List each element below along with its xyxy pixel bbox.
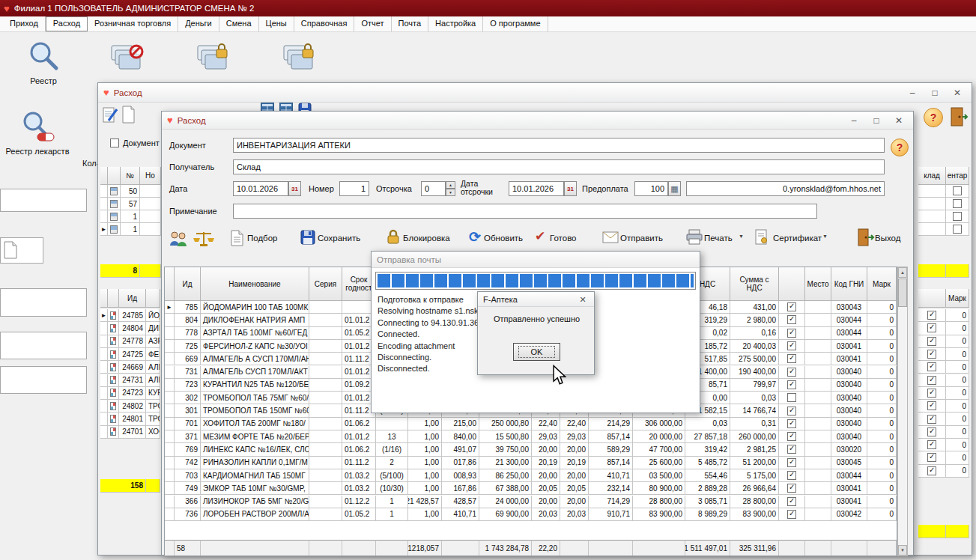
inner-minimize-button[interactable] [843, 114, 865, 127]
scrollbar-thumb[interactable] [898, 279, 907, 307]
menu-item-4[interactable]: Деньги [178, 16, 219, 31]
header-cell[interactable]: Наименование [201, 267, 309, 301]
row-checkbox[interactable] [953, 186, 962, 195]
table-row[interactable]: 57 [100, 198, 161, 210]
ok-button[interactable]: OK [513, 343, 560, 361]
inner-help-icon-button[interactable] [891, 139, 909, 156]
background-field-1[interactable] [0, 189, 87, 212]
done-check-icon[interactable] [535, 228, 545, 244]
row-checkbox[interactable] [927, 337, 936, 346]
done-button[interactable]: Готово [550, 234, 577, 243]
row-checkbox[interactable] [927, 401, 936, 410]
certificate-dropdown-arrow-icon[interactable] [819, 234, 828, 239]
document-input[interactable]: ИНВЕНТАРИЗАЦИЯ АПТЕКИ [233, 138, 885, 153]
background-field-5[interactable] [0, 366, 87, 394]
table-row[interactable]: 24723КУРА [100, 387, 160, 400]
print-dropdown-arrow-icon[interactable] [736, 234, 744, 239]
outer-minimize-button[interactable] [901, 86, 924, 100]
outer-help-icon-button[interactable] [924, 108, 943, 127]
header-cell[interactable] [108, 167, 121, 185]
table-row[interactable]: 24801ТРОМ [100, 413, 160, 425]
document-checkbox[interactable]: Документ [110, 139, 160, 147]
table-row[interactable]: 0 [918, 348, 969, 361]
people-icon-button[interactable] [168, 230, 189, 248]
document-checkbox-box[interactable] [110, 139, 119, 147]
podbor-button[interactable]: Подбор [247, 234, 278, 243]
header-cell[interactable] [100, 289, 108, 308]
row-checkbox[interactable] [787, 510, 796, 519]
row-checkbox[interactable] [787, 329, 796, 338]
table-row[interactable]: 24804ДИКЛ [100, 322, 160, 335]
cards-lock-icon-button-1[interactable] [195, 42, 231, 78]
row-checkbox[interactable] [787, 368, 796, 377]
header-cell[interactable]: Марк [946, 289, 969, 308]
table-row[interactable]: 366ЛИЗИНОКОР ТАБ 5МГ №20/G01.12.2121 428… [165, 496, 897, 508]
table-row[interactable]: 0 [918, 451, 969, 464]
date-input[interactable]: 10.01.2026 [233, 181, 288, 196]
table-row[interactable]: 0 [918, 400, 969, 413]
certificate-button[interactable]: Сертификат [773, 234, 822, 243]
table-row[interactable]: 50 [100, 185, 161, 198]
date-calendar-button[interactable]: 31 [288, 181, 301, 196]
save-button[interactable]: Сохранить [318, 234, 360, 243]
inner-maximize-button[interactable] [865, 114, 888, 127]
prepay-calc-button[interactable] [668, 181, 681, 196]
row-checkbox[interactable] [953, 212, 962, 221]
lock-icon[interactable] [387, 229, 400, 245]
refresh-icon[interactable] [469, 228, 481, 246]
menu-item-3[interactable]: Розничная торговля [88, 16, 178, 31]
table-row[interactable]: 0 [918, 374, 969, 387]
print-printer-icon[interactable] [686, 229, 703, 245]
table-row[interactable]: 1 [100, 210, 161, 223]
row-checkbox[interactable] [927, 376, 936, 385]
row-checkbox[interactable] [787, 497, 796, 506]
table-row[interactable] [918, 223, 969, 236]
scroll-down-icon[interactable]: ▼ [898, 545, 907, 556]
row-checkbox[interactable] [927, 389, 936, 398]
header-cell[interactable]: Ид [175, 267, 201, 301]
row-checkbox[interactable] [787, 419, 796, 428]
table-row[interactable]: 0 [918, 439, 969, 451]
message-box-titlebar[interactable]: F-Аптека [478, 292, 594, 307]
defer-date-input[interactable]: 10.01.2026 [509, 181, 564, 196]
row-checkbox[interactable] [927, 362, 936, 371]
table-row[interactable]: 703КАРДИОМАГНИЛ ТАБ 150МГ01.03.2(5/100)1… [165, 469, 897, 482]
row-checkbox[interactable] [927, 323, 936, 332]
row-checkbox[interactable] [927, 350, 936, 359]
menu-item-2[interactable]: Расход [46, 16, 88, 31]
refresh-button[interactable]: Обновить [484, 234, 523, 243]
notepad-pencil-icon[interactable] [103, 106, 118, 125]
header-cell[interactable]: клад [918, 167, 946, 185]
table-row[interactable]: 0 [918, 322, 969, 335]
row-checkbox[interactable] [787, 471, 796, 480]
table-row[interactable]: 701ХОФИТОЛ ТАБ 200МГ №180/01.06.21,00215… [165, 418, 897, 430]
table-row[interactable]: 749ЭМКОР ТАБ 10МГ №30/GMP,01.03.2(10/30)… [165, 482, 897, 495]
table-row[interactable] [918, 198, 969, 210]
menu-item-7[interactable]: Справочная [294, 16, 355, 31]
row-checkbox[interactable] [927, 440, 936, 449]
header-cell[interactable]: Место [805, 267, 831, 301]
spinner-down-icon[interactable] [446, 189, 455, 196]
header-cell[interactable] [779, 267, 805, 301]
row-checkbox[interactable] [787, 354, 796, 363]
mail-dialog-titlebar[interactable]: Отправка почты [372, 252, 700, 268]
outer-window-titlebar[interactable]: Расход [98, 83, 972, 103]
table-row[interactable]: 0 [918, 413, 969, 425]
table-row[interactable]: 371МЕЗИМ ФОРТЕ ТАБ №20/БЕР01.01.2131,008… [165, 430, 897, 443]
save-floppy-icon[interactable] [300, 230, 315, 245]
row-checkbox[interactable] [787, 341, 796, 350]
table-row[interactable]: 24802ТРОМ [100, 400, 160, 413]
send-envelope-icon[interactable] [602, 231, 619, 243]
defer-spinner[interactable] [446, 181, 455, 196]
row-checkbox[interactable] [927, 311, 936, 320]
header-cell[interactable] [146, 289, 160, 308]
menu-item-6[interactable]: Цены [259, 16, 294, 31]
menu-item-10[interactable]: Настройка [428, 16, 483, 31]
background-field-4[interactable] [0, 332, 87, 359]
table-row[interactable]: 769ЛИНЕКС КАПС №16/ЛЕК, СЛО01.06.2(1/16)… [165, 443, 897, 456]
lock-button[interactable]: Блокировка [403, 234, 450, 243]
row-checkbox[interactable] [787, 302, 796, 311]
background-field-2[interactable] [0, 237, 43, 264]
menu-item-1[interactable]: Приход [3, 16, 46, 31]
row-checkbox[interactable] [787, 458, 796, 467]
